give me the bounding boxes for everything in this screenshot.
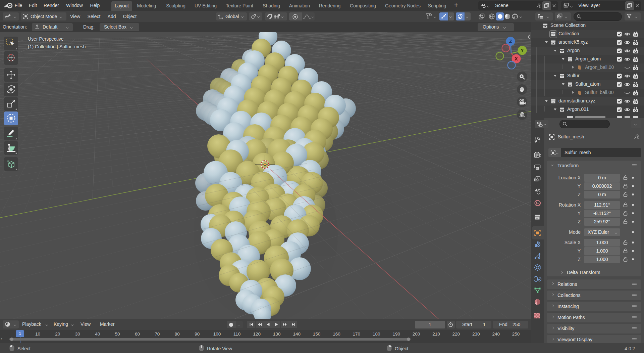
svg-text:Y: Y [521,48,524,53]
svg-text:Z: Z [509,39,512,44]
svg-text:X: X [515,56,518,61]
